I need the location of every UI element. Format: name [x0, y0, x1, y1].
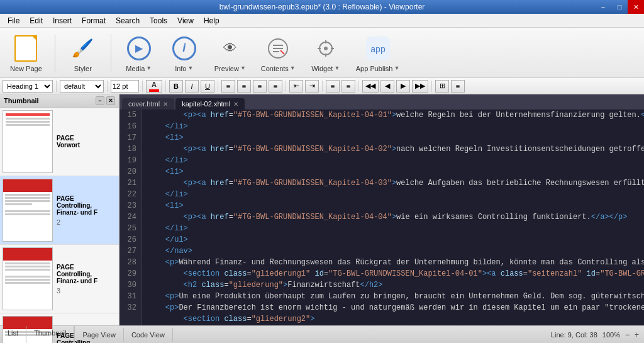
- svg-point-6: [324, 47, 328, 50]
- align-justify-button[interactable]: ≡: [269, 80, 282, 93]
- code-content[interactable]: <p><a href="#TG-BWL-GRUNDWISSEN_Kapitel-…: [142, 110, 644, 325]
- separator-2: [111, 34, 111, 72]
- preview-button[interactable]: 👁 Preview ▼: [209, 31, 251, 75]
- maximize-button[interactable]: □: [611, 0, 628, 14]
- font-select[interactable]: default: [60, 80, 104, 93]
- underline-button[interactable]: U: [201, 80, 214, 93]
- list-tab[interactable]: List: [0, 326, 26, 344]
- fmt-sep-9: [431, 81, 432, 92]
- thumbnail-page-label-3: PAGEControlling,Finanz- und F: [57, 264, 97, 284]
- tab-kapitel02[interactable]: kapitel-02.xhtml ✕: [175, 98, 245, 110]
- bold-button[interactable]: B: [169, 80, 183, 93]
- toolbar: New Page 🖌️ Styler ▶ Media ▼ i Info ▼ 👁: [0, 28, 644, 78]
- page-view-tab[interactable]: Page View: [75, 328, 123, 342]
- widget-icon-area: [311, 33, 341, 64]
- fmt-sep-3: [142, 81, 143, 92]
- menu-view[interactable]: View: [172, 15, 199, 26]
- close-button[interactable]: ✕: [628, 0, 644, 14]
- format-extra-button[interactable]: ≡: [451, 80, 465, 93]
- app-publish-icon: app: [366, 37, 390, 60]
- tab-cover-close[interactable]: ✕: [163, 101, 168, 108]
- app-publish-dropdown-arrow: ▼: [394, 65, 399, 71]
- heading-select[interactable]: Heading 1: [3, 80, 53, 93]
- tab-cover[interactable]: cover.html ✕: [122, 98, 174, 110]
- table-button[interactable]: ⊞: [435, 80, 449, 93]
- widget-button[interactable]: Widget ▼: [306, 31, 346, 75]
- nav-next-single-button[interactable]: ▶: [396, 80, 410, 93]
- thumbnail-tab[interactable]: Thumbnail: [26, 326, 74, 344]
- zoom-minus-button[interactable]: −: [625, 330, 630, 339]
- zoom-plus-button[interactable]: +: [635, 330, 639, 339]
- info-icon-area: i: [169, 33, 199, 64]
- info-button[interactable]: i Info ▼: [164, 31, 204, 75]
- minimize-button[interactable]: −: [595, 0, 611, 14]
- thumbnail-page-1[interactable]: PAGEVorwort: [0, 108, 119, 176]
- code-view[interactable]: 15 16 17 18 19 20 21 22 23 24 25 26 27 2…: [119, 110, 644, 325]
- indent-decrease-button[interactable]: ⇤: [289, 80, 303, 93]
- align-center-button[interactable]: ≡: [237, 80, 251, 93]
- thumbnail-page-3[interactable]: PAGEControlling,Finanz- und F 3: [0, 245, 119, 313]
- sidebar-close-button[interactable]: ✕: [106, 96, 115, 105]
- thumbnail-title: Thumbnail: [4, 97, 39, 104]
- main-area: Thumbnail − ✕ PAGEVorwort: [0, 94, 644, 325]
- list-ordered-button[interactable]: ≡: [341, 80, 355, 93]
- window-title: bwl-grundwissen-epub3.epub* (3.0 : Reflo…: [219, 3, 425, 11]
- nav-prev-button[interactable]: ◀◀: [362, 80, 379, 93]
- indent-increase-button[interactable]: ⇥: [305, 80, 319, 93]
- nav-next-button[interactable]: ▶▶: [412, 80, 428, 93]
- new-page-button[interactable]: New Page: [5, 31, 47, 75]
- fmt-sep-6: [286, 81, 286, 92]
- info-icon: i: [172, 37, 196, 60]
- titlebar: bwl-grundwissen-epub3.epub* (3.0 : Reflo…: [0, 0, 644, 14]
- styler-label: Styler: [74, 65, 92, 72]
- fmt-sep-7: [322, 81, 323, 92]
- menu-edit[interactable]: Edit: [25, 15, 48, 26]
- italic-button[interactable]: I: [185, 80, 199, 93]
- preview-dropdown-arrow: ▼: [240, 65, 246, 71]
- sidebar-header: Thumbnail − ✕: [0, 94, 119, 108]
- thumbnail-info-2: PAGEControlling,Finanz- und F 2: [57, 195, 97, 226]
- list-unordered-button[interactable]: ≡: [326, 80, 340, 93]
- menu-format[interactable]: Format: [77, 15, 111, 26]
- separator-1: [55, 34, 55, 72]
- fmt-sep-2: [107, 81, 108, 92]
- thumbnail-page-2[interactable]: PAGEControlling,Finanz- und F 2: [0, 176, 119, 245]
- menu-help[interactable]: Help: [199, 15, 225, 26]
- thumbnail-image-1: [3, 110, 53, 173]
- menu-file[interactable]: File: [3, 15, 25, 26]
- align-right-button[interactable]: ≡: [253, 80, 267, 93]
- zoom-level: 100%: [602, 331, 620, 339]
- contents-button[interactable]: Contents ▼: [256, 31, 301, 75]
- font-size-input[interactable]: [111, 80, 139, 93]
- eye-icon: 👁: [223, 40, 237, 57]
- widget-icon: [314, 37, 338, 60]
- fmt-sep-5: [218, 81, 218, 92]
- font-color-button[interactable]: A: [146, 80, 162, 93]
- thumbnail-image-3: [3, 247, 53, 310]
- tab-kapitel02-label: kapitel-02.xhtml: [182, 100, 230, 108]
- menu-search[interactable]: Search: [111, 15, 145, 26]
- editor: cover.html ✕ kapitel-02.xhtml ✕ 15 16 17…: [119, 94, 644, 325]
- font-color-label: A: [152, 81, 157, 88]
- nav-prev-single-button[interactable]: ◀: [380, 80, 394, 93]
- media-button[interactable]: ▶ Media ▼: [119, 31, 159, 75]
- sidebar-controls: − ✕: [96, 96, 115, 105]
- thumbnail-page-num-2: 2: [57, 218, 97, 226]
- window-controls: − □ ✕: [595, 0, 644, 14]
- menu-tools[interactable]: Tools: [145, 15, 172, 26]
- line-numbers: 15 16 17 18 19 20 21 22 23 24 25 26 27 2…: [119, 110, 142, 325]
- info-dropdown-arrow: ▼: [187, 65, 193, 71]
- menu-insert[interactable]: Insert: [48, 15, 77, 26]
- new-page-icon-area: [11, 33, 41, 64]
- bottom-left: List Thumbnail: [0, 326, 75, 344]
- app-publish-button[interactable]: app App Publish ▼: [351, 31, 405, 75]
- tab-kapitel02-close[interactable]: ✕: [233, 101, 238, 108]
- sidebar-minimize-button[interactable]: −: [96, 96, 104, 105]
- thumb-red-bar-3: [3, 248, 52, 261]
- svg-line-4: [280, 50, 284, 54]
- code-view-tab[interactable]: Code View: [124, 328, 173, 342]
- media-icon-area: ▶: [124, 33, 154, 64]
- fmt-sep-4: [165, 81, 166, 92]
- align-left-button[interactable]: ≡: [221, 80, 235, 93]
- styler-button[interactable]: 🖌️ Styler: [63, 31, 103, 75]
